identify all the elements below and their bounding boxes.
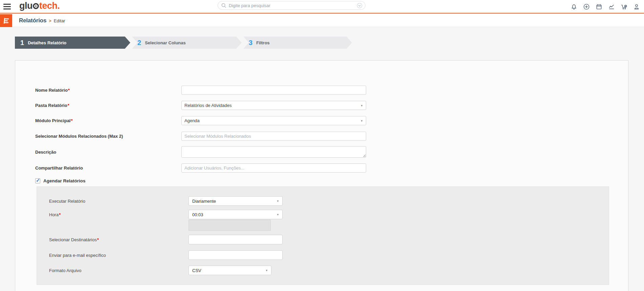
nome-relatorio-label: Nome Relatório (35, 88, 68, 93)
required-asterisk: * (68, 88, 70, 93)
search-icon (221, 3, 226, 8)
top-bar: glutech. (0, 0, 644, 14)
chevron-down-icon: ▼ (276, 213, 279, 216)
search-scope-chevron-icon[interactable] (357, 3, 362, 8)
nome-relatorio-input[interactable] (181, 86, 366, 95)
report-details-panel: Nome Relatório* Pasta Relatório* Relatór… (15, 60, 628, 291)
analytics-icon[interactable] (608, 3, 615, 10)
step-label: Filtros (256, 40, 280, 45)
breadcrumb-page: Editar (54, 18, 65, 23)
notifications-bell-icon[interactable] (571, 3, 577, 10)
logo-text-dark: glu (19, 1, 32, 11)
required-asterisk: * (71, 118, 73, 123)
wizard-step-filters[interactable]: 3 Filtros (243, 37, 352, 49)
descricao-label: Descrição (35, 150, 56, 155)
step-number: 1 (20, 39, 24, 47)
pasta-relatorio-label: Pasta Relatório (35, 103, 67, 108)
schedule-subpanel: Executar Relatório Diariamente ▼ Hora* 0… (37, 186, 609, 285)
step-label: Detalhes Relatório (28, 40, 76, 45)
selecionar-destinatarios-input[interactable] (188, 235, 283, 244)
chevron-down-icon: ▼ (276, 200, 279, 203)
report-wizard-steps: 1 Detalhes Relatório 2 Selecionar Coluna… (15, 37, 352, 49)
selecionar-destinatarios-label: Selecionar Destinatários (49, 237, 97, 242)
topbar-action-icons (571, 3, 640, 10)
user-profile-icon[interactable] (633, 3, 640, 10)
field-row-executar: Executar Relatório Diariamente ▼ (49, 196, 283, 206)
chevron-down-icon: ▼ (265, 269, 268, 272)
logo-text-orange: tech. (39, 1, 60, 11)
executar-relatorio-select[interactable]: Diariamente ▼ (188, 196, 283, 206)
executar-relatorio-value: Diariamente (192, 199, 216, 204)
modulos-relacionados-input[interactable] (181, 132, 366, 141)
compartilhar-relatorio-label: Compartilhar Relatório (35, 165, 83, 171)
required-asterisk: * (68, 103, 69, 108)
hora-select[interactable]: 00:03 ▼ (188, 210, 283, 219)
modulo-principal-value: Agenda (184, 118, 200, 123)
field-row-destinatarios: Selecionar Destinatários* (49, 235, 283, 244)
search-input[interactable] (229, 3, 357, 8)
field-row-nome: Nome Relatório* (35, 86, 366, 95)
formato-arquivo-value: CSV (192, 268, 201, 273)
field-row-pasta: Pasta Relatório* Relatórios de Atividade… (35, 101, 366, 110)
required-asterisk: * (59, 212, 61, 217)
quick-add-icon[interactable] (583, 3, 590, 10)
step-number: 2 (137, 39, 141, 47)
modulo-principal-label: Módulo Principal (35, 118, 71, 123)
breadcrumb: Relatórios > Editar (19, 14, 65, 27)
formato-arquivo-select[interactable]: CSV ▼ (188, 266, 271, 275)
global-search[interactable] (218, 1, 365, 10)
field-row-hora: Hora* 00:03 ▼ (49, 210, 283, 219)
modulo-principal-select[interactable]: Agenda ▼ (181, 116, 366, 125)
breadcrumb-separator: > (49, 18, 51, 23)
agendar-relatorios-label: Agendar Relatórios (43, 178, 86, 183)
executar-relatorio-label: Executar Relatório (49, 199, 85, 204)
pasta-relatorio-value: Relatórios de Atividades (184, 103, 231, 108)
chevron-down-icon: ▼ (360, 119, 363, 122)
app-logo[interactable]: glutech. (19, 1, 60, 11)
reports-module-icon[interactable] (0, 14, 12, 27)
required-asterisk: * (97, 237, 99, 242)
wizard-step-details[interactable]: 1 Detalhes Relatório (15, 37, 130, 49)
calendar-icon[interactable] (596, 3, 602, 10)
email-especifico-input[interactable] (188, 250, 283, 260)
schedule-extra-disabled-box (188, 220, 271, 231)
field-row-compartilhar: Compartilhar Relatório (35, 163, 366, 173)
agendar-relatorios-checkbox[interactable] (35, 178, 40, 183)
cart-checkout-icon[interactable] (621, 3, 627, 10)
hora-value: 00:03 (192, 212, 203, 217)
hamburger-menu-icon[interactable] (3, 4, 12, 10)
step-label: Selecionar Colunas (145, 40, 196, 45)
agendar-relatorios-row: Agendar Relatórios (35, 178, 86, 183)
formato-arquivo-label: Formato Arquivo (49, 268, 81, 273)
email-especifico-label: Enviar para e-mail específico (49, 253, 106, 258)
field-row-email-especifico: Enviar para e-mail específico (49, 250, 283, 260)
breadcrumb-module-link[interactable]: Relatórios (19, 17, 46, 24)
compartilhar-relatorio-input[interactable] (181, 163, 366, 173)
wizard-step-columns[interactable]: 2 Selecionar Colunas (132, 37, 242, 49)
field-row-modulo: Módulo Principal* Agenda ▼ (35, 116, 366, 125)
step-number: 3 (249, 39, 252, 47)
field-row-formato: Formato Arquivo CSV ▼ (49, 266, 271, 275)
field-row-descricao: Descrição (35, 146, 366, 158)
logo-o-mark (33, 3, 39, 9)
field-row-relacionados: Selecionar Módulos Relacionados (Max 2) (35, 132, 366, 141)
breadcrumb-bar: Relatórios > Editar (0, 14, 644, 27)
chevron-down-icon: ▼ (360, 104, 363, 107)
hora-label: Hora (49, 212, 59, 217)
modulos-relacionados-label: Selecionar Módulos Relacionados (Max 2) (35, 134, 123, 139)
descricao-textarea[interactable] (181, 146, 366, 158)
pasta-relatorio-select[interactable]: Relatórios de Atividades ▼ (181, 101, 366, 110)
